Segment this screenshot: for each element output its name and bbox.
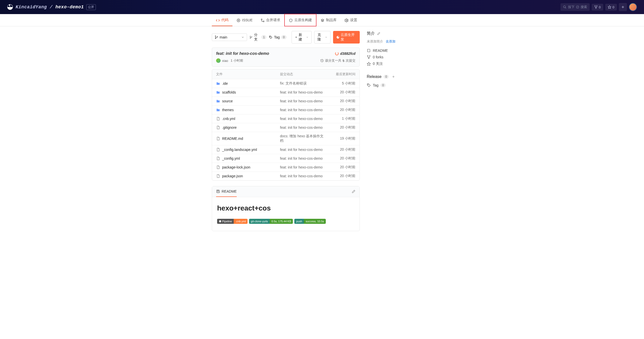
svg-point-7 <box>595 8 596 9</box>
file-row[interactable]: package.jsonfeat: init for hexo-cos-demo… <box>212 172 359 180</box>
tab-云原生构建[interactable]: 云原生构建 <box>284 14 316 26</box>
file-commit-msg[interactable]: feat: init for hexo-cos-demo <box>280 90 325 94</box>
file-commit-msg[interactable]: feat: init for hexo-cos-demo <box>280 165 325 169</box>
file-row[interactable]: .idefix: 文件名称错误5 小时前 <box>212 79 359 88</box>
add-intro-link[interactable]: 去添加 <box>386 39 395 43</box>
file-commit-msg[interactable]: feat: init for hexo-cos-demo <box>280 99 325 103</box>
plus-header-btn[interactable] <box>619 3 627 11</box>
svg-point-22 <box>252 36 252 37</box>
badge-part: success, 10.5s <box>304 219 326 224</box>
svg-point-18 <box>215 38 216 39</box>
repo-owner[interactable]: KincaidYang <box>16 5 47 10</box>
tab-icon <box>345 18 349 22</box>
branch-count-link[interactable]: 分支 1 <box>250 33 266 42</box>
site-logo-icon[interactable] <box>7 4 13 10</box>
edit-icon[interactable] <box>351 190 355 194</box>
readme-tab[interactable]: README <box>216 186 237 197</box>
svg-point-5 <box>595 6 595 6</box>
search-hint: 按下 <box>568 5 575 9</box>
left-panel: main 分支 1 Tag 0 新建 克隆 <box>212 31 360 231</box>
sidebar-tag-count: 0 <box>381 83 386 87</box>
badge[interactable]: git-clone-yyds0.5s, 175.44 KB <box>249 219 293 224</box>
badge-part: git-clone-yyds <box>249 219 270 224</box>
tab-label: 代码 <box>221 18 228 22</box>
new-file-button[interactable]: 新建 <box>292 31 312 44</box>
svg-point-23 <box>270 36 270 37</box>
chevron-down-icon <box>241 36 244 39</box>
tab-label: 合并请求 <box>266 18 280 22</box>
file-icon <box>216 125 220 130</box>
file-icon <box>216 137 220 141</box>
file-commit-msg[interactable]: feat: init for hexo-cos-demo <box>280 174 325 178</box>
file-commit-msg[interactable]: feat: init for hexo-cos-demo <box>280 156 325 160</box>
file-commit-msg[interactable]: docs: 增加 hexo 基本操作文档 <box>280 134 325 143</box>
file-row[interactable]: _config.landscape.ymlfeat: init for hexo… <box>212 145 359 154</box>
commit-title[interactable]: feat: init for hexo-cos-demo <box>216 51 269 56</box>
file-commit-msg[interactable]: feat: init for hexo-cos-demo <box>280 117 325 121</box>
readme-link[interactable]: README <box>367 47 432 54</box>
svg-marker-9 <box>608 6 611 9</box>
file-row[interactable]: _config.ymlfeat: init for hexo-cos-demo2… <box>212 154 359 163</box>
tab-设置[interactable]: 设置 <box>341 14 361 26</box>
badge[interactable]: pushsuccess, 10.5s <box>294 219 326 224</box>
file-name: .cnb.yml <box>222 117 235 121</box>
plus-icon[interactable] <box>392 75 395 78</box>
file-commit-msg[interactable]: feat: init for hexo-cos-demo <box>280 108 325 112</box>
tag-link[interactable]: Tag 0 <box>367 82 432 89</box>
star-header-btn[interactable]: 0 <box>605 4 617 11</box>
header-left: KincaidYang / hexo-demo1 公开 <box>7 4 96 10</box>
repo-breadcrumb[interactable]: KincaidYang / hexo-demo1 <box>16 5 84 10</box>
file-commit-msg[interactable]: fix: 文件名称错误 <box>280 81 325 86</box>
tab-合并请求[interactable]: 合并请求 <box>257 14 284 26</box>
file-name: source <box>222 99 233 103</box>
clone-button[interactable]: 克隆 <box>314 31 331 44</box>
forks-link[interactable]: 0 forks <box>367 54 432 60</box>
watch-link[interactable]: 0 关注 <box>367 60 432 67</box>
tab-icon <box>236 18 240 22</box>
col-header-name: 文件 <box>216 72 280 76</box>
commit-hash[interactable]: d3882fcd <box>335 52 355 56</box>
fork-header-btn[interactable]: 0 <box>592 4 603 11</box>
tab-制品库[interactable]: 制品库 <box>316 14 341 26</box>
tag-count-link[interactable]: Tag 0 <box>269 35 286 39</box>
file-row[interactable]: README.mddocs: 增加 hexo 基本操作文档19 小时前 <box>212 132 359 145</box>
file-row[interactable]: scaffoldsfeat: init for hexo-cos-demo20 … <box>212 88 359 97</box>
tab-label: 设置 <box>350 18 357 22</box>
header-right: 按下 搜索 0 0 <box>560 3 637 11</box>
edit-icon[interactable] <box>377 32 380 35</box>
svg-marker-34 <box>367 62 370 65</box>
svg-point-19 <box>217 36 217 37</box>
readme-heading: hexo+react+cos <box>217 204 354 212</box>
slash-key-icon <box>576 6 579 9</box>
file-row[interactable]: .cnb.ymlfeat: init for hexo-cos-demo1 小时… <box>212 114 359 123</box>
cloud-dev-button[interactable]: 云原生开发 <box>333 31 360 44</box>
latest-commit-card: feat: init for hexo-cos-demo d3882fcd xi… <box>212 48 360 67</box>
file-row[interactable]: sourcefeat: init for hexo-cos-demo20 小时前 <box>212 97 359 106</box>
file-time: 20 小时前 <box>325 90 355 95</box>
file-commit-msg[interactable]: feat: init for hexo-cos-demo <box>280 125 325 130</box>
file-commit-msg[interactable]: feat: init for hexo-cos-demo <box>280 148 325 152</box>
col-header-msg: 提交动态 <box>280 72 325 76</box>
tab-代码[interactable]: 代码 <box>212 14 232 26</box>
file-name: .gitignore <box>222 125 237 130</box>
commit-history-link[interactable]: 该分支一共 5 次提交 <box>320 58 355 63</box>
intro-title: 简介 <box>367 31 432 36</box>
file-row[interactable]: .gitignorefeat: init for hexo-cos-demo20… <box>212 123 359 132</box>
top-header: KincaidYang / hexo-demo1 公开 按下 搜索 0 0 <box>0 0 644 14</box>
svg-point-15 <box>261 19 262 20</box>
commit-author[interactable]: xiao 1 小时前 <box>216 58 243 63</box>
file-time: 20 小时前 <box>325 165 355 170</box>
user-avatar[interactable] <box>629 3 637 11</box>
file-row[interactable]: themesfeat: init for hexo-cos-demo20 小时前 <box>212 106 359 114</box>
svg-point-31 <box>370 55 370 56</box>
repo-name[interactable]: hexo-demo1 <box>55 5 84 10</box>
file-time: 20 小时前 <box>325 174 355 178</box>
tab-ISSUE[interactable]: ISSUE <box>232 14 257 26</box>
badge[interactable]: Pipeline.cnb.yml <box>217 219 248 224</box>
release-title: Release 0 <box>367 74 432 79</box>
repo-tabs-container: 代码ISSUE合并请求云原生构建制品库设置 <box>0 14 644 26</box>
branch-selector[interactable]: main <box>212 33 247 41</box>
search-box[interactable]: 按下 搜索 <box>560 3 590 11</box>
file-row[interactable]: package-lock.jsonfeat: init for hexo-cos… <box>212 163 359 172</box>
badge-part: .cnb.yml <box>234 219 248 224</box>
